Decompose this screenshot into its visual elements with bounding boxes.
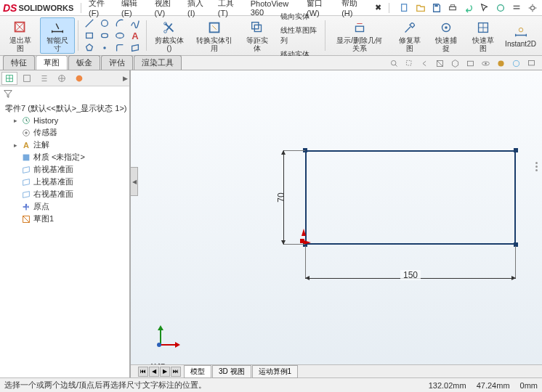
snap-button[interactable]: 快速捕捉 [429, 17, 464, 54]
offset-button[interactable]: 等距实体 [240, 17, 275, 54]
orientation-triad[interactable] [147, 330, 176, 359]
display-tab-icon[interactable] [71, 72, 87, 85]
menu-edit[interactable]: 编辑(E) [117, 0, 148, 19]
circle-icon[interactable] [98, 17, 111, 29]
tab-sketch[interactable]: 草图 [36, 55, 68, 70]
panel-expand-icon[interactable]: ▶ [123, 75, 128, 82]
display-style-icon[interactable] [464, 57, 477, 69]
settings-icon[interactable] [526, 1, 539, 15]
scroll-first-icon[interactable]: ⏮ [138, 367, 148, 377]
point-icon[interactable] [98, 42, 111, 54]
config-tab-icon[interactable] [36, 72, 52, 85]
panel-collapse-handle[interactable]: ◀ [131, 167, 138, 196]
material-icon [21, 152, 31, 163]
graphics-area[interactable]: 70 150 *前视 ⏮ ◀ ▶ ⏭ 模型 3D 视图 运动算例1 [131, 70, 542, 377]
tree-history[interactable]: ▸History [1, 115, 128, 126]
dimension-width[interactable]: 150 [305, 272, 516, 287]
expand-icon[interactable]: ▸ [12, 117, 19, 124]
new-icon[interactable] [398, 1, 411, 15]
vertex[interactable] [514, 148, 518, 152]
tab-sheetmetal[interactable]: 钣金 [68, 55, 100, 70]
zoom-fit-icon[interactable] [387, 57, 400, 69]
task-pane-handle[interactable] [533, 137, 539, 195]
line-icon[interactable] [83, 17, 96, 29]
prev-view-icon[interactable] [418, 57, 431, 69]
ellipse-icon[interactable] [113, 30, 126, 41]
svg-point-30 [498, 60, 503, 66]
fillet-icon[interactable] [113, 42, 126, 54]
polygon-icon[interactable] [83, 42, 96, 54]
dimension-height[interactable]: 70 [278, 150, 292, 245]
main-area: ▶ 零件7 (默认<<默认>_显示状态 1>) ▸History 传感器 ▸A注… [0, 70, 542, 377]
scroll-prev-icon[interactable]: ◀ [149, 367, 159, 377]
save-icon[interactable] [430, 1, 443, 15]
trim-button[interactable]: 剪裁实体() [150, 17, 189, 54]
menu-file[interactable]: 文件(F) [84, 0, 116, 19]
view-toolbar [387, 56, 538, 70]
menu-search-icon[interactable]: ✖ [371, 1, 386, 14]
appearance-icon[interactable] [494, 57, 507, 69]
menu-tools[interactable]: 工具(T) [214, 0, 245, 19]
instant2d-button[interactable]: Instant2D [502, 17, 539, 54]
scroll-next-icon[interactable]: ▶ [160, 367, 170, 377]
pattern-button[interactable]: 线性草图阵列 [278, 24, 320, 47]
smart-dimension-button[interactable]: 智能尺寸 [40, 17, 76, 54]
undo-icon[interactable] [462, 1, 475, 15]
plane-icon[interactable] [129, 42, 142, 54]
feature-tree-tab-icon[interactable] [1, 72, 17, 85]
options-icon[interactable] [510, 1, 523, 15]
annotation-icon: A [21, 140, 31, 150]
tree-right-plane[interactable]: 右视基准面 [1, 188, 128, 200]
print-icon[interactable] [446, 1, 459, 15]
tree-root[interactable]: 零件7 (默认<<默认>_显示状态 1>) [1, 102, 128, 115]
section-icon[interactable] [433, 57, 446, 69]
convert-button[interactable]: 转换实体引用 [190, 17, 238, 54]
view-settings-icon[interactable] [525, 57, 538, 69]
menu-view[interactable]: 视图(V) [150, 0, 182, 19]
tab-features[interactable]: 特征 [3, 55, 35, 70]
open-icon[interactable] [414, 1, 427, 15]
menu-insert[interactable]: 插入(I) [183, 0, 212, 19]
view-orient-icon[interactable] [448, 57, 461, 69]
scene-icon[interactable] [509, 57, 522, 69]
tree-origin[interactable]: 原点 [1, 200, 128, 213]
select-icon[interactable] [478, 1, 491, 15]
hide-show-icon[interactable] [479, 57, 492, 69]
tab-evaluate[interactable]: 评估 [101, 55, 133, 70]
svg-point-9 [102, 20, 108, 27]
spline-icon[interactable] [129, 17, 142, 29]
expand-icon[interactable]: ▸ [12, 142, 19, 149]
exit-sketch-button[interactable]: 退出草图 [3, 17, 39, 54]
tab-3dview[interactable]: 3D 视图 [212, 365, 251, 378]
rectangle-icon[interactable] [83, 30, 96, 41]
tree-material[interactable]: 材质 <未指定> [1, 151, 128, 163]
tree-front-plane[interactable]: 前视基准面 [1, 163, 128, 176]
mirror-button[interactable]: 镜向实体 [278, 10, 320, 23]
app-logo: DS SOLIDWORKS [3, 2, 73, 14]
tree-top-plane[interactable]: 上视基准面 [1, 176, 128, 188]
relations-button[interactable]: 显示/删除几何关系 [328, 17, 390, 54]
tab-motion[interactable]: 运动算例1 [252, 365, 299, 378]
slot-icon[interactable] [98, 30, 111, 41]
menu-help[interactable]: 帮助(H) [337, 0, 369, 19]
tree-sensors[interactable]: 传感器 [1, 126, 128, 139]
tree-sketch1[interactable]: 草图1 [1, 213, 128, 225]
arc-icon[interactable] [113, 17, 126, 29]
tab-render[interactable]: 渲染工具 [134, 55, 182, 70]
rapid-sketch-button[interactable]: 快速草图 [466, 17, 501, 54]
svg-rect-10 [86, 33, 93, 38]
filter-icon[interactable] [1, 88, 15, 99]
rebuild-icon[interactable] [494, 1, 507, 15]
tree-annotations[interactable]: ▸A注解 [1, 139, 128, 151]
repair-button[interactable]: 修复草图 [392, 17, 427, 54]
origin-point-icon [300, 239, 304, 243]
tab-model[interactable]: 模型 [184, 365, 211, 378]
vertex[interactable] [514, 242, 518, 247]
zoom-area-icon[interactable] [403, 57, 416, 69]
scroll-last-icon[interactable]: ⏭ [171, 367, 181, 377]
text-icon[interactable]: A [129, 30, 142, 41]
property-tab-icon[interactable] [19, 72, 35, 85]
rectangle-geometry[interactable] [305, 150, 516, 245]
repair-icon [402, 20, 418, 36]
dimxpert-tab-icon[interactable] [54, 72, 70, 85]
